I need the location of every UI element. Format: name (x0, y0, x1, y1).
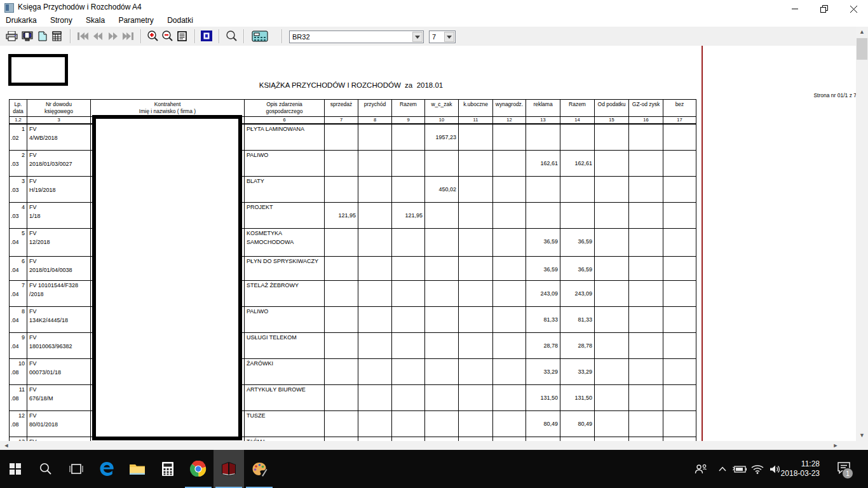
lp-cell: 7.04 (10, 280, 27, 306)
wifi-icon[interactable] (749, 450, 766, 488)
scroll-right-icon[interactable]: ► (831, 441, 841, 450)
amount-cell-9 (392, 176, 425, 202)
redacted-kontrahent-box (92, 115, 242, 440)
menu-drukarka[interactable]: Drukarka (0, 15, 43, 26)
amount-cell-17 (663, 150, 696, 176)
amount-cell-15 (595, 332, 629, 358)
amount-cell-8 (358, 256, 392, 280)
menu-dodatki[interactable]: Dodatki (161, 15, 199, 26)
amount-cell-13: 81,33 (526, 306, 560, 332)
task-view-icon[interactable] (61, 450, 92, 488)
amount-cell-14: 36,59 (560, 228, 595, 256)
amount-cell-17 (663, 202, 696, 228)
amount-cell-11 (459, 256, 493, 280)
calculator-icon[interactable] (249, 29, 271, 43)
size-select[interactable]: 7 (429, 30, 456, 43)
column-number: 12 (493, 117, 526, 125)
amount-cell-10 (425, 228, 459, 256)
horizontal-scrollbar[interactable]: ◄ ► (0, 441, 856, 450)
scroll-down-icon[interactable]: ▼ (856, 430, 868, 441)
amount-cell-9 (392, 384, 425, 410)
amount-cell-12 (493, 410, 526, 437)
report-select[interactable]: BR32 (289, 30, 424, 43)
amount-cell-9 (392, 437, 425, 441)
next-page-icon[interactable] (105, 29, 120, 43)
lp-cell: 10.08 (10, 358, 27, 384)
amount-cell-8 (358, 176, 392, 202)
first-page-icon[interactable] (75, 29, 90, 43)
block-icon[interactable] (199, 29, 214, 43)
zoom-out-icon[interactable] (159, 29, 174, 43)
taskbar-calculator-icon[interactable] (153, 450, 183, 488)
opis-cell: TAŚMA (245, 437, 325, 441)
column-number: 3 (27, 117, 91, 125)
amount-cell-14: 81,33 (560, 306, 595, 332)
opis-cell: STELAŻ ŻEBROWY (245, 280, 325, 306)
amount-cell-11 (459, 437, 493, 441)
battery-icon[interactable] (731, 450, 749, 488)
amount-cell-11 (459, 150, 493, 176)
amount-cell-15 (595, 410, 629, 437)
amount-cell-9 (392, 124, 425, 150)
column-number: 16 (629, 117, 663, 125)
lp-cell: 5.04 (10, 228, 27, 256)
menu-parametry[interactable]: Parametry (112, 15, 159, 26)
amount-cell-9 (392, 150, 425, 176)
print-preview-icon[interactable] (20, 29, 34, 43)
amount-cell-13: 36,59 (526, 228, 560, 256)
action-center-icon[interactable]: 1 (831, 450, 857, 488)
print-preview-area: KSIĄŻKA PRZYCHODÓW I ROZCHODÓW za 2018.0… (0, 46, 868, 441)
taskbar-clock[interactable]: 11:28 2018-03-23 (781, 450, 822, 488)
chrome-icon[interactable] (183, 450, 214, 488)
amount-cell-16 (629, 410, 663, 437)
opis-cell: ARTYKUŁY BIUROWE (245, 384, 325, 410)
amount-cell-17 (663, 256, 696, 280)
amount-cell-8 (358, 358, 392, 384)
kpir-book-icon[interactable] (214, 450, 244, 488)
column-number: 13 (526, 117, 560, 125)
amount-cell-11 (459, 202, 493, 228)
edge-icon[interactable] (92, 450, 122, 488)
amount-cell-16 (629, 437, 663, 441)
opis-cell: PROJEKT (245, 202, 325, 228)
amount-cell-11 (459, 176, 493, 202)
amount-cell-17 (663, 124, 696, 150)
lp-cell: 6.04 (10, 256, 27, 280)
amount-cell-16 (629, 202, 663, 228)
size-select-dropdown-icon[interactable] (444, 32, 454, 42)
column-header: GZ-od zysk (629, 100, 663, 117)
amount-cell-7 (325, 306, 358, 332)
amount-cell-14 (560, 437, 595, 441)
new-page-icon[interactable] (35, 29, 50, 43)
start-button[interactable] (0, 450, 31, 488)
column-header: Razem (560, 100, 595, 117)
amount-cell-10 (425, 256, 459, 280)
people-icon[interactable] (691, 450, 710, 488)
zoom-in-icon[interactable] (145, 29, 159, 43)
lp-cell: 3.03 (10, 176, 27, 202)
amount-cell-12 (493, 332, 526, 358)
prev-page-icon[interactable] (90, 29, 105, 43)
taskbar-search-icon[interactable] (31, 450, 61, 488)
table-icon[interactable] (50, 29, 64, 43)
menu-strony[interactable]: Strony (44, 15, 78, 26)
scroll-left-icon[interactable]: ◄ (1, 441, 11, 450)
column-number: 9 (392, 117, 425, 125)
last-page-icon[interactable] (121, 29, 135, 43)
amount-cell-13: 131,50 (526, 384, 560, 410)
scroll-up-icon[interactable]: ▲ (856, 27, 868, 37)
printer-icon[interactable] (4, 29, 19, 43)
doc-number-cell: FV676/18/M (27, 384, 91, 410)
page-view-icon[interactable] (175, 29, 189, 43)
amount-cell-9 (392, 332, 425, 358)
vertical-scrollbar[interactable]: ▲ ▼ (856, 27, 868, 450)
report-select-dropdown-icon[interactable] (412, 32, 423, 42)
menu-skala[interactable]: Skala (80, 15, 111, 26)
chevron-up-icon[interactable] (714, 450, 731, 488)
search-icon[interactable] (224, 29, 238, 43)
file-explorer-icon[interactable] (122, 450, 153, 488)
paint-icon[interactable] (244, 450, 275, 488)
size-select-value: 7 (432, 33, 436, 41)
vertical-scroll-thumb[interactable] (857, 38, 867, 60)
amount-cell-13: 36,59 (526, 256, 560, 280)
